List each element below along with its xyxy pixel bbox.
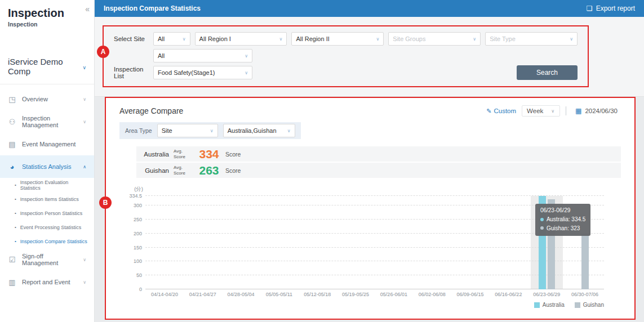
bullet-icon: •: [15, 196, 16, 202]
topbar: Inspection Compare Statistics ❏ Export r…: [95, 0, 644, 17]
inspection-list-select-value: Food Safety(Stage1): [158, 69, 215, 76]
gridline: [145, 247, 604, 248]
chevron-down-icon: ∨: [570, 37, 573, 42]
chevron-down-icon: ∨: [83, 119, 86, 124]
bullet-icon: •: [15, 211, 16, 216]
filter-row-1: Select Site All ∨ All Region I ∨ All Reg…: [114, 30, 578, 47]
site-type-placeholder: Site Type: [490, 35, 516, 42]
panel-title: Average Compare: [119, 106, 183, 115]
divider: [566, 106, 566, 115]
bar-guishan[interactable]: [581, 234, 589, 289]
y-tick-label: 150: [119, 245, 142, 251]
bullet-icon: •: [15, 182, 16, 187]
sidebar-item-label: Inspection Management: [22, 115, 77, 128]
site-type-select[interactable]: Site Type ∨: [485, 32, 578, 46]
chevron-down-icon: ∨: [376, 37, 379, 42]
sidebar-menu: ◳ Overview ∨ ⚇ Inspection Management ∨ ▤…: [0, 88, 94, 293]
filter-row-3: Inspection List Food Safety(Stage1) ∨ Se…: [114, 64, 578, 81]
panel-zone: B Average Compare ✎ Custom Week ∨: [95, 97, 644, 322]
search-button[interactable]: Search: [517, 65, 578, 80]
y-tick-label: 50: [119, 272, 142, 278]
site-groups-placeholder: Site Groups: [393, 35, 425, 42]
site-groups-select[interactable]: Site Groups ∨: [388, 32, 481, 46]
site-detail-select[interactable]: All ∨: [153, 49, 252, 62]
gridline: [145, 275, 604, 275]
company-name: iService Demo Comp: [8, 57, 80, 76]
inspection-list-select[interactable]: Food Safety(Stage1) ∨: [153, 66, 252, 79]
tooltip-row-text: Guishan: 323: [547, 224, 580, 233]
y-tick-label: 200: [119, 231, 142, 236]
tooltip-title: 06/23-06/29: [540, 207, 586, 213]
sidebar-item-event-management[interactable]: ▤ Event Management: [0, 133, 94, 155]
sidebar-item-label: Statistics Analysis: [22, 163, 77, 170]
sidebar-subitem-inspection-evaluation-statistics[interactable]: • Inspection Evaluation Statistics: [0, 178, 94, 192]
score-row-australia: Australia Avg. Score 334 Score: [136, 146, 621, 162]
site-select[interactable]: All ∨: [153, 32, 190, 46]
sidebar-item-signoff-management[interactable]: ☑ Sign-off Management ∨: [0, 248, 94, 271]
sidebar-item-report-and-event[interactable]: ▥ Report and Event ∨: [0, 271, 94, 293]
sidebar-item-inspection-management[interactable]: ⚇ Inspection Management ∨: [0, 110, 94, 133]
y-tick-label: 100: [119, 258, 142, 264]
chevron-down-icon: ∨: [245, 53, 248, 59]
overview-icon: ◳: [8, 95, 16, 104]
company-selector[interactable]: iService Demo Comp ∨: [8, 57, 86, 76]
chart-legend: AustraliaGuishan: [119, 302, 604, 308]
annotation-b-marker: B: [99, 196, 112, 209]
sidebar-item-overview[interactable]: ◳ Overview ∨: [0, 88, 94, 110]
chart-tooltip: 06/23-06/29 Australia: 334.5 Guishan: 32…: [535, 204, 591, 236]
bullet-icon: •: [15, 239, 16, 244]
filter-row-2: All ∨: [153, 47, 578, 64]
score-name: Guishan: [140, 167, 174, 174]
inspection-list-label: Inspection List: [114, 66, 149, 79]
legend-item[interactable]: Guishan: [575, 302, 604, 308]
legend-item[interactable]: Australia: [534, 302, 565, 308]
chart-plot-wrap: 06/23-06/29 Australia: 334.5 Guishan: 32…: [145, 196, 604, 289]
x-tick-label: 05/05-05/11: [260, 292, 298, 297]
custom-range-button[interactable]: ✎ Custom: [486, 108, 516, 115]
sidebar-subitem-inspection-compare-statistics[interactable]: • Inspection Compare Statistics: [0, 234, 94, 248]
sidebar-subitem-event-processing-statistics[interactable]: • Event Processing Statistics: [0, 220, 94, 234]
legend-swatch: [534, 302, 540, 308]
region1-select[interactable]: All Region I ∨: [195, 32, 287, 46]
sidebar-subitem-inspection-person-statistics[interactable]: • Inspection Person Statistics: [0, 206, 94, 220]
sidebar-collapse-button[interactable]: «: [85, 5, 90, 14]
area-type-select[interactable]: Site ∨: [157, 124, 218, 137]
tooltip-row-text: Australia: 334.5: [547, 215, 586, 224]
x-tick-label: 05/26-06/01: [375, 292, 413, 297]
sidebar-item-label: Sign-off Management: [22, 253, 77, 266]
sidebar-item-statistics-analysis[interactable]: ◕ Statistics Analysis ∧: [0, 155, 94, 178]
score-row-guishan: Guishan Avg. Score 263 Score: [136, 163, 621, 178]
y-tick-label: 334.5: [119, 193, 142, 199]
gridline: [145, 289, 604, 289]
inspection-management-icon: ⚇: [8, 118, 16, 126]
x-tick-label: 06/09-06/15: [451, 292, 490, 297]
chart-plot: 06/23-06/29 Australia: 334.5 Guishan: 32…: [145, 196, 604, 289]
gridline: [145, 261, 604, 261]
app-window: « Inspection Inspection iService Demo Co…: [0, 0, 644, 322]
site-detail-select-value: All: [158, 52, 165, 59]
app-subtitle: Inspection: [8, 21, 86, 28]
x-tick-label: 04/14-04/20: [145, 292, 184, 297]
sidebar-subitem-label: Inspection Items Statistics: [20, 196, 79, 202]
score-summary: Australia Avg. Score 334 Score Guishan A…: [136, 146, 621, 179]
date-picker[interactable]: ▦ 2024/06/30: [572, 105, 621, 117]
sidebar-subitem-label: Inspection Evaluation Statistics: [20, 180, 88, 191]
select-site-label: Select Site: [114, 35, 149, 42]
score-unit: Score: [223, 151, 243, 158]
period-select[interactable]: Week ∨: [522, 105, 560, 117]
x-tick-label: 06/02-06/08: [413, 292, 451, 297]
sidebar-subitem-inspection-items-statistics[interactable]: • Inspection Items Statistics: [0, 192, 94, 206]
filter-zone: A Select Site All ∨ All Region I ∨ All R…: [95, 17, 644, 97]
x-tick-label: 06/16-06/22: [489, 292, 527, 297]
region2-select[interactable]: All Region II ∨: [291, 32, 384, 46]
export-report-button[interactable]: ❏ Export report: [587, 5, 635, 12]
period-select-value: Week: [527, 108, 543, 114]
tooltip-dot-australia: [540, 218, 544, 221]
legend-swatch: [575, 302, 580, 308]
app-title: Inspection: [8, 7, 86, 20]
area-value-select[interactable]: Australia,Guishan ∨: [223, 124, 295, 137]
chevron-down-icon: ∨: [279, 37, 283, 42]
chevron-down-icon: ∨: [83, 97, 86, 102]
score-value: 334: [195, 147, 223, 161]
legend-label: Guishan: [583, 302, 604, 308]
